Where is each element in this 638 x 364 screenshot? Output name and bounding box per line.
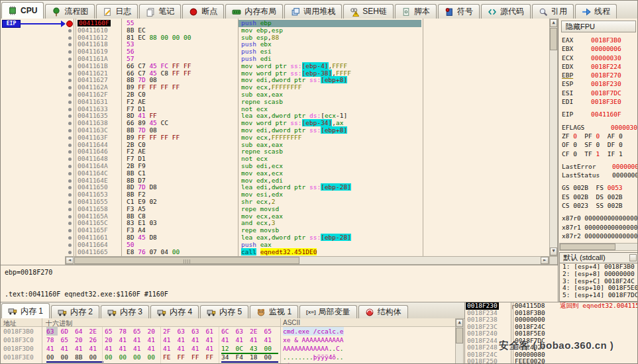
register-row[interactable]: CF 0 TF 1 IF 1	[562, 150, 638, 158]
row-bullet-icon[interactable]	[68, 101, 72, 104]
unlock-icon[interactable]	[629, 254, 637, 261]
flag-value[interactable]: 0	[573, 132, 577, 140]
scroll-down-button[interactable]: ▼	[550, 248, 557, 255]
register-row[interactable]: LastStatus00000000	[562, 171, 638, 179]
scroll-up-button[interactable]: ▲	[456, 319, 463, 327]
register-row[interactable]: x87r2 00000000000000000000	[562, 232, 638, 240]
flag-value[interactable]: 0	[573, 150, 577, 158]
row-bullet-icon[interactable]	[68, 86, 72, 89]
row-bullet-icon[interactable]	[68, 229, 72, 232]
register-value[interactable]: 0018F7DC	[591, 89, 621, 97]
row-bullet-icon[interactable]	[68, 251, 72, 254]
tab-dump4[interactable]: 内存 4	[150, 305, 199, 318]
stack-row[interactable]: 0018F250FEEE0020	[465, 358, 638, 364]
row-bullet-icon[interactable]	[68, 208, 72, 211]
row-bullet-icon[interactable]	[68, 172, 72, 175]
registers-horizontal-scrollbar[interactable]	[559, 243, 638, 251]
disasm-vertical-scrollbar[interactable]: ▲ ▼	[549, 19, 558, 256]
register-row[interactable]: ESI0018F7DC	[562, 89, 638, 97]
register-value[interactable]: 00000000	[612, 171, 638, 179]
register-value[interactable]: 00000306	[611, 124, 638, 131]
dump-row[interactable]: 0018F3B0636D642E657865202F6363616C632E65…	[1, 327, 455, 336]
row-bullet-icon[interactable]	[68, 158, 72, 161]
register-value[interactable]: 0018F3B0	[591, 36, 621, 44]
row-bullet-icon[interactable]	[68, 222, 72, 225]
tab-struct[interactable]: 结构体	[358, 305, 408, 318]
flag-value[interactable]: 0053	[608, 184, 623, 191]
register-row[interactable]: ZF 0 PF 0 AF 0	[562, 132, 638, 140]
breakpoint-dot[interactable]	[66, 21, 73, 27]
flag-value[interactable]: 002B	[573, 193, 588, 201]
flag-value[interactable]: 0023	[573, 202, 588, 209]
tab-symbols[interactable]: 符号	[438, 4, 480, 19]
row-bullet-icon[interactable]	[68, 236, 72, 240]
row-bullet-icon[interactable]	[68, 50, 72, 54]
row-bullet-icon[interactable]	[68, 136, 72, 140]
dump-row[interactable]: 0018F3C078652026204141414141414141414141…	[1, 336, 455, 344]
row-bullet-icon[interactable]	[68, 186, 72, 189]
flag-value[interactable]: 0	[619, 132, 623, 140]
tab-watch1[interactable]: 监视 1	[250, 305, 298, 318]
register-value[interactable]: 00000006	[591, 45, 621, 52]
tab-cpu[interactable]: CPU	[1, 2, 44, 19]
register-value[interactable]: 0018F3E0	[591, 98, 621, 105]
register-value[interactable]: 0018F230	[591, 80, 621, 87]
hide-fpu-button[interactable]: 隐藏FPU	[561, 21, 636, 32]
register-row[interactable]: OF 0 SF 0 DF 0	[562, 140, 638, 149]
scroll-thumb[interactable]	[550, 28, 557, 50]
argument-row[interactable]: 2: [esp+8] 00000000	[560, 271, 638, 278]
tab-dump2[interactable]: 内存 2	[51, 305, 99, 318]
scroll-thumb[interactable]	[74, 257, 299, 264]
tab-dump5[interactable]: 内存 5	[200, 305, 248, 318]
scroll-up-button[interactable]: ▲	[550, 19, 557, 27]
flag-value[interactable]: 1	[619, 150, 623, 158]
tab-memmap[interactable]: 内存布局	[225, 4, 283, 19]
scroll-thumb[interactable]	[456, 328, 463, 343]
scroll-left-button[interactable]: ◄	[66, 257, 74, 264]
tab-references[interactable]: 引用	[532, 4, 574, 19]
row-bullet-icon[interactable]	[68, 144, 72, 147]
register-value[interactable]: 0041160F	[591, 111, 621, 118]
register-value[interactable]: 0018F224	[591, 63, 621, 70]
tab-locals[interactable]: [x=]局部变量	[299, 305, 356, 318]
row-bullet-icon[interactable]	[68, 36, 72, 40]
row-bullet-icon[interactable]	[68, 79, 72, 82]
flag-value[interactable]: 1	[596, 150, 600, 158]
row-bullet-icon[interactable]	[68, 58, 72, 61]
tab-seh[interactable]: SEH链	[343, 4, 394, 19]
row-bullet-icon[interactable]	[68, 201, 72, 204]
stack-row[interactable]: 0018F230┌004115D8返回到 eqnedt32.004115D8	[465, 302, 638, 310]
register-row[interactable]: ECX00000030	[562, 54, 638, 62]
scroll-right-button[interactable]: ►	[541, 257, 549, 264]
register-row[interactable]: EIP0041160F	[562, 110, 638, 118]
register-row[interactable]: EBX00000006	[562, 44, 638, 53]
row-bullet-icon[interactable]	[68, 129, 72, 132]
disasm-horizontal-scrollbar[interactable]: ◄ ►	[65, 256, 549, 265]
tab-source[interactable]: 源代码	[481, 4, 531, 19]
tab-breakpoints[interactable]: 断点	[182, 4, 224, 19]
disasm-row[interactable]: 00411631F2 AErepne scasb	[1, 99, 549, 106]
flag-value[interactable]: 0	[619, 141, 623, 148]
disasm-row[interactable]: 00411665E8 76 07 04 00call eqnedt32.451D…	[1, 249, 549, 256]
flag-value[interactable]: 002B	[608, 193, 623, 201]
register-row[interactable]: ES 002B DS 002B	[562, 193, 638, 201]
flag-value[interactable]: 002B	[573, 184, 588, 191]
flag-value[interactable]: 0	[596, 132, 600, 140]
register-row[interactable]: EAX0018F3B0	[562, 36, 638, 44]
register-row[interactable]: EFLAGS00000306	[562, 123, 638, 132]
register-row[interactable]: EDI0018F3E0	[562, 97, 638, 106]
register-value[interactable]: 00000000	[612, 163, 638, 170]
register-value[interactable]: 00000030	[591, 54, 621, 62]
scroll-thumb[interactable]	[560, 244, 615, 250]
flag-value[interactable]: 002B	[608, 202, 623, 209]
row-bullet-icon[interactable]	[68, 244, 72, 247]
calling-convention-header[interactable]: 默认 (stdcall)	[559, 252, 638, 263]
register-row[interactable]: LastError00000000	[562, 162, 638, 171]
register-value[interactable]: 0018F270	[591, 71, 621, 79]
tab-callstack[interactable]: 调用堆栈	[284, 4, 342, 19]
row-bullet-icon[interactable]	[68, 114, 72, 118]
tab-notes[interactable]: 笔记	[139, 4, 181, 19]
row-bullet-icon[interactable]	[68, 29, 72, 32]
tab-script[interactable]: 脚本	[395, 4, 437, 19]
register-row[interactable]: ESP0018F230	[562, 79, 638, 88]
